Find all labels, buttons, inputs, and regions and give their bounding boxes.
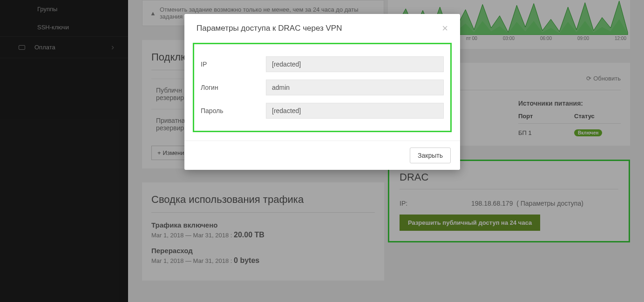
modal-pass-field[interactable] [266, 103, 444, 119]
modal-login-field[interactable] [266, 80, 444, 95]
close-icon[interactable]: × [442, 23, 448, 34]
modal-title: Параметры доступа к DRAC через VPN [197, 24, 342, 33]
modal-ip-label: IP [201, 60, 266, 68]
modal-pass-label: Пароль [201, 107, 266, 114]
drac-vpn-modal: Параметры доступа к DRAC через VPN × IP … [184, 14, 460, 170]
modal-login-label: Логин [201, 84, 266, 91]
modal-close-button[interactable]: Закрыть [410, 148, 451, 163]
modal-highlight-box: IP Логин Пароль [193, 43, 452, 132]
modal-ip-field[interactable] [266, 56, 444, 72]
